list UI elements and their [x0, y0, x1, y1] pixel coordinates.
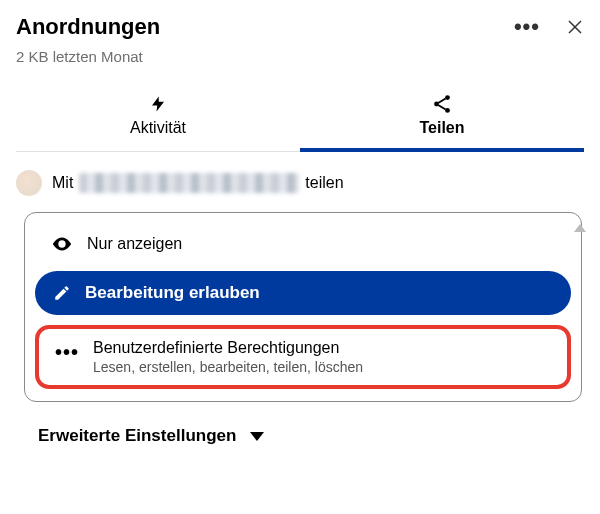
permission-custom[interactable]: ••• Benutzerdefinierte Berechtigungen Le…	[43, 335, 563, 379]
share-icon	[300, 93, 584, 115]
ellipsis-icon: •••	[55, 342, 79, 362]
details-panel: Anordnungen ••• 2 KB letzten Monat Aktiv…	[0, 0, 600, 446]
permission-edit-label: Bearbeitung erlauben	[85, 283, 260, 303]
tab-activity-label: Aktivität	[130, 119, 186, 136]
share-target-redacted	[79, 173, 299, 193]
permission-view-only[interactable]: Nur anzeigen	[35, 223, 571, 265]
advanced-settings-label: Erweiterte Einstellungen	[38, 426, 236, 446]
scroll-up-icon[interactable]	[574, 224, 586, 232]
permission-view-label: Nur anzeigen	[87, 235, 182, 253]
svg-line-6	[438, 105, 446, 110]
advanced-settings-toggle[interactable]: Erweiterte Einstellungen	[38, 426, 584, 446]
eye-icon	[51, 233, 73, 255]
page-title: Anordnungen	[16, 14, 160, 40]
svg-point-7	[60, 242, 64, 246]
avatar	[16, 170, 42, 196]
more-icon[interactable]: •••	[514, 16, 540, 38]
pencil-icon	[53, 284, 71, 302]
permission-custom-label: Benutzerdefinierte Berechtigungen	[93, 339, 363, 357]
tab-share-label: Teilen	[419, 119, 464, 136]
close-icon[interactable]	[566, 18, 584, 36]
share-with-row: Mit teilen	[16, 170, 584, 196]
svg-line-5	[438, 99, 446, 104]
tab-share[interactable]: Teilen	[300, 93, 584, 151]
share-prefix: Mit	[52, 174, 73, 192]
chevron-down-icon	[250, 432, 264, 441]
share-suffix: teilen	[305, 174, 343, 192]
header-actions: •••	[514, 16, 584, 38]
permission-dropdown: Nur anzeigen Bearbeitung erlauben ••• Be…	[24, 212, 582, 402]
permission-allow-edit[interactable]: Bearbeitung erlauben	[35, 271, 571, 315]
tab-activity[interactable]: Aktivität	[16, 93, 300, 151]
panel-header: Anordnungen •••	[16, 14, 584, 40]
permission-custom-desc: Lesen, erstellen, bearbeiten, teilen, lö…	[93, 359, 363, 375]
bolt-icon	[16, 93, 300, 115]
share-with-text: Mit teilen	[52, 173, 344, 193]
file-meta: 2 KB letzten Monat	[16, 48, 584, 65]
tab-bar: Aktivität Teilen	[16, 93, 584, 152]
permission-custom-highlight: ••• Benutzerdefinierte Berechtigungen Le…	[35, 325, 571, 389]
